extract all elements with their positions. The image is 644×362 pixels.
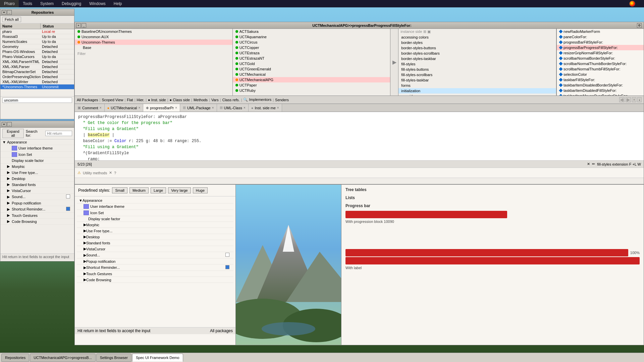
list-item[interactable]: scrollbarNormalThumbBorderStyleFor: xyxy=(557,61,644,66)
demo-settings-item-desktop[interactable]: ▶ Desktop xyxy=(77,234,233,240)
list-item[interactable]: Pharo-VistaCursors Up to da xyxy=(0,54,74,59)
list-item[interactable]: taskbarItemMouseOverBorderStyleFor: xyxy=(557,93,644,96)
large-btn[interactable]: Large xyxy=(151,187,166,193)
demo-settings-item-code[interactable]: ▶ Code Browsing xyxy=(77,277,233,283)
demo-settings-item-theme[interactable]: User interface theme xyxy=(77,203,233,210)
repos-minimize-btn[interactable]: _ xyxy=(7,10,12,15)
list-item[interactable]: Base xyxy=(75,45,232,50)
tab-comment[interactable]: ▣ Comment × xyxy=(75,104,105,112)
shortcut-checkbox[interactable] xyxy=(225,265,229,269)
list-item[interactable]: UCTRuby xyxy=(233,88,390,93)
very-large-btn[interactable]: Very large xyxy=(168,187,191,193)
medium-btn[interactable]: Medium xyxy=(129,187,149,193)
list-item[interactable]: newRadioMarkerForm xyxy=(557,29,644,34)
settings-item-sound[interactable]: ▶ Sound... xyxy=(0,194,74,200)
demo-settings-item-touch[interactable]: ▶ Touch Gestures xyxy=(77,271,233,277)
huge-btn[interactable]: Huge xyxy=(193,187,208,193)
demo-settings-item-iconset[interactable]: Icon Set xyxy=(77,210,233,216)
list-item[interactable]: scrollbarNormalBorderStyleFor: xyxy=(557,56,644,61)
class-refs-btn[interactable]: Class refs. xyxy=(222,98,240,102)
menu-help[interactable]: Help xyxy=(110,0,126,7)
all-packages-btn[interactable]: All Packages xyxy=(77,98,98,102)
list-item[interactable]: Uncommon-Themes xyxy=(75,40,232,45)
list-item[interactable]: ACTSakura xyxy=(233,29,390,34)
list-item[interactable]: scrollbarNormalThumbFillStyleFor: xyxy=(557,66,644,72)
settings-item-desktop[interactable]: ▶ Desktop xyxy=(0,176,74,182)
list-item[interactable]: *Uncommon-Themes Uncommit xyxy=(0,84,74,89)
list-item[interactable]: Geometry Detached xyxy=(0,44,74,49)
vars-btn[interactable]: Vars xyxy=(211,98,219,102)
list-item[interactable]: fill-styles-scrollbars xyxy=(398,72,556,77)
menu-tools[interactable]: Tools xyxy=(19,0,36,7)
list-item[interactable]: taskbarFillStyleFor: xyxy=(557,77,644,82)
senders-btn[interactable]: Senders xyxy=(275,98,289,102)
tab-close-btn[interactable]: × xyxy=(244,106,246,110)
tab-close-btn[interactable]: × xyxy=(100,106,102,110)
inst-side-btn[interactable]: ● Inst. side xyxy=(148,98,166,102)
demo-settings-item-shortcut[interactable]: ▶ Shortcut Reminder... xyxy=(77,264,233,271)
list-item[interactable]: border-styles-buttons xyxy=(398,45,556,51)
list-item[interactable]: fill-styles-buttons xyxy=(398,67,556,72)
settings-item-iconset[interactable]: Icon Set xyxy=(0,152,74,158)
demo-settings-item-morphic[interactable]: ▶ Morphic xyxy=(77,222,233,228)
demo-settings-item-sound[interactable]: ▶ Sound... xyxy=(77,252,233,258)
tab-progressbar[interactable]: ◆ progressBarPr × xyxy=(143,104,180,112)
settings-item-touch[interactable]: ▶ Touch Gestures xyxy=(0,213,74,219)
demo-settings-item-fonts[interactable]: ▶ Standard fonts xyxy=(77,240,233,246)
tab-inst-side[interactable]: ● Inst. side me × xyxy=(249,104,282,112)
list-item[interactable]: fill-styles xyxy=(398,61,556,67)
list-item[interactable]: UCTCopper xyxy=(233,45,390,50)
methods-btn[interactable]: Methods xyxy=(194,98,208,102)
edit-icon[interactable]: ✏ xyxy=(592,162,595,166)
taskbar-tab-code-browser[interactable]: UCTMechanicalAPG>>progressB... xyxy=(30,354,96,362)
hier-btn[interactable]: Hier. xyxy=(137,98,145,102)
list-item[interactable]: taskbarItemDisabledFillStyleFor: xyxy=(557,88,644,93)
menu-debugging[interactable]: Debugging xyxy=(58,0,85,7)
list-item[interactable]: UCTAquamarine xyxy=(233,34,390,40)
cb-minimize-btn[interactable]: _ xyxy=(82,23,86,28)
scoped-view-btn[interactable]: Scoped View xyxy=(102,98,123,102)
sound-checkbox[interactable] xyxy=(66,194,72,199)
list-item[interactable]: forms xyxy=(398,83,556,88)
settings-item-theme[interactable]: User interface theme xyxy=(0,145,74,152)
fetch-all-btn[interactable]: Fetch all xyxy=(2,17,21,22)
search-input[interactable] xyxy=(45,131,72,136)
settings-item-codebrowsing[interactable]: ▶ Code Browsing xyxy=(0,219,74,225)
tab-close-btn[interactable]: × xyxy=(138,106,140,110)
flat-btn[interactable]: Flat xyxy=(127,98,133,102)
settings-item-popup[interactable]: ▶ Popup notification xyxy=(0,200,74,206)
menu-pharo[interactable]: Pharo xyxy=(0,0,19,7)
taskbar-tab-repos[interactable]: Repositories xyxy=(1,354,29,362)
nav-up-icon[interactable]: ↑ xyxy=(632,97,636,102)
list-item[interactable]: OrderPreservingDictionary Detached xyxy=(0,74,74,79)
settings-close-btn[interactable]: × xyxy=(2,122,6,127)
tab-close-btn[interactable]: × xyxy=(277,106,279,110)
menu-system[interactable]: System xyxy=(36,0,58,7)
code-editor[interactable]: progressBarProgressFillStyleFor: aProgre… xyxy=(75,112,644,161)
list-item[interactable]: UCTPaper xyxy=(233,82,390,88)
list-item[interactable]: paneColorFor: xyxy=(557,34,644,40)
list-item[interactable]: resizerGripNormalFillStyleFor: xyxy=(557,50,644,56)
settings-item-vistacursor[interactable]: ▶ VistaCursor xyxy=(0,188,74,194)
demo-settings-item-scale[interactable]: Display scale factor xyxy=(77,216,233,222)
list-item[interactable]: initialization xyxy=(398,88,556,94)
settings-section-appearance[interactable]: ▼ Appearance xyxy=(0,139,74,145)
list-item[interactable]: UCTGreenEmerald xyxy=(233,66,390,72)
list-item[interactable]: NumericScales Up to da xyxy=(0,39,74,44)
nav-forward-icon[interactable]: ▷ xyxy=(626,97,631,102)
repos-close-btn[interactable]: × xyxy=(2,10,6,15)
demo-settings-item-popup[interactable]: ▶ Popup notification xyxy=(77,258,233,264)
list-item[interactable]: Uncommon AUX xyxy=(75,34,232,40)
list-item[interactable]: overrides xyxy=(398,94,556,96)
list-item[interactable]: progressBarProgressFillStyleFor: xyxy=(557,45,644,50)
tab-close-btn[interactable]: × xyxy=(175,106,177,110)
list-item[interactable]: pharo Local re xyxy=(0,29,74,34)
repos-filter-input[interactable] xyxy=(2,98,72,103)
taskbar-tab-settings[interactable]: Settings Browser xyxy=(96,354,131,362)
list-item[interactable]: fill-styles-taskbar xyxy=(398,77,556,83)
settings-minimize-btn[interactable]: _ xyxy=(7,122,12,127)
utility-remove-icon[interactable]: ✕ xyxy=(109,171,112,175)
cb-settings-btn[interactable]: ⚙ xyxy=(637,23,642,28)
list-item[interactable]: border-styles-taskbar xyxy=(398,56,556,61)
utility-help-icon[interactable]: ? xyxy=(114,171,116,175)
